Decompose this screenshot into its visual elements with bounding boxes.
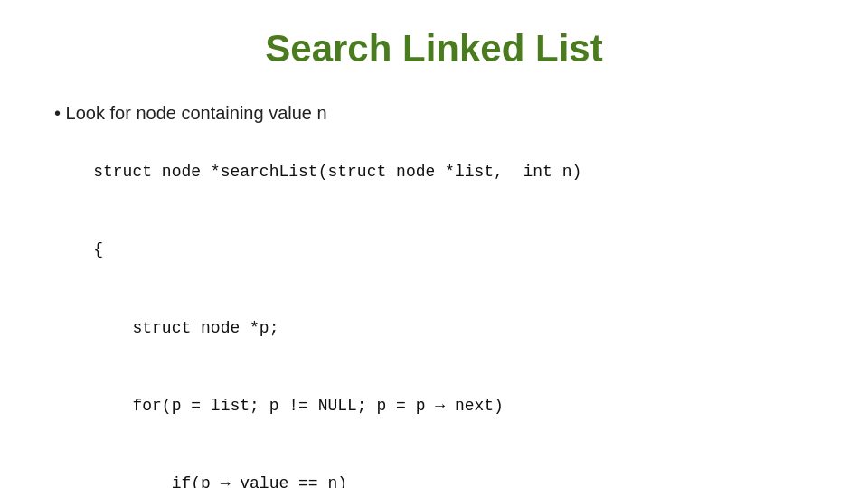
- bullet-text: • Look for node containing value n: [54, 103, 814, 124]
- code-block: struct node *searchList(struct node *lis…: [54, 133, 814, 488]
- slide: Search Linked List • Look for node conta…: [0, 0, 868, 488]
- code-line-1: struct node *searchList(struct node *lis…: [93, 163, 581, 181]
- code-line-4: for(p = list; p != NULL; p = p → next): [93, 397, 504, 415]
- code-line-2: {: [93, 240, 103, 258]
- slide-title: Search Linked List: [54, 27, 814, 70]
- code-line-3: struct node *p;: [93, 319, 278, 337]
- code-line-5: if(p → value == n): [93, 474, 347, 488]
